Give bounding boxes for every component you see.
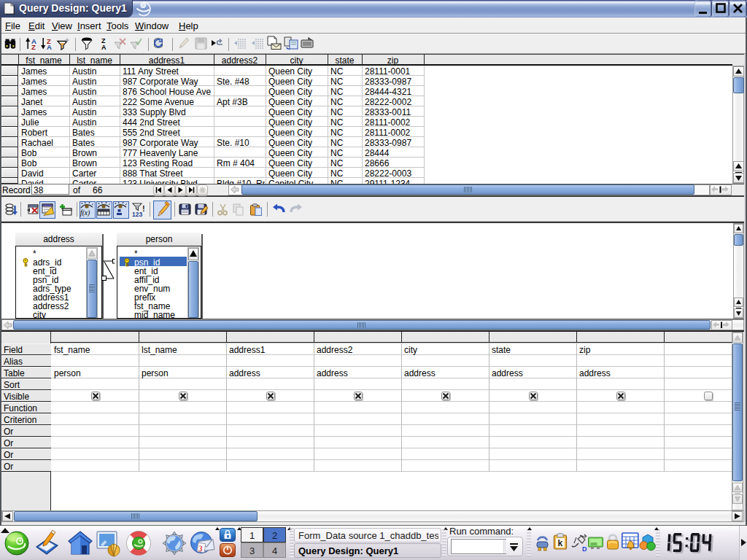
svg-text:f(x): f(x) xyxy=(80,209,90,217)
svg-text:A: A xyxy=(47,43,52,51)
svg-text:A: A xyxy=(101,44,107,51)
svg-text:k: k xyxy=(558,538,563,548)
svg-text:D: D xyxy=(582,545,587,553)
svg-text:Z: Z xyxy=(31,43,36,51)
svg-text:!: ! xyxy=(142,204,145,213)
svg-text:123: 123 xyxy=(132,211,142,218)
